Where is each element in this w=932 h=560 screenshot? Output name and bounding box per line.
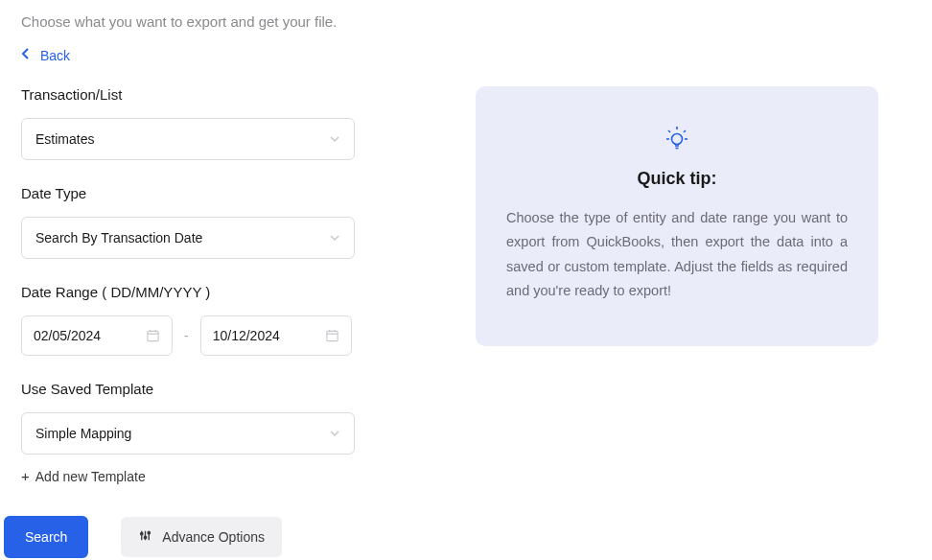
chevron-down-icon: [329, 430, 340, 437]
date-from-value: 02/05/2024: [34, 328, 101, 343]
quick-tip-panel: Quick tip: Choose the type of entity and…: [476, 86, 878, 346]
svg-rect-1: [327, 331, 338, 340]
svg-rect-0: [148, 331, 158, 340]
transaction-list-value: Estimates: [35, 131, 94, 147]
calendar-icon: [146, 328, 160, 343]
chevron-left-icon: [21, 47, 31, 63]
date-to-value: 10/12/2024: [213, 328, 280, 343]
plus-icon: +: [21, 468, 30, 484]
transaction-list-section: Transaction/List Estimates: [21, 86, 472, 160]
transaction-list-label: Transaction/List: [21, 86, 472, 103]
back-link[interactable]: Back: [0, 30, 91, 86]
calendar-icon: [325, 328, 339, 343]
template-label: Use Saved Template: [21, 381, 472, 397]
date-to-input[interactable]: 10/12/2024: [200, 315, 352, 356]
date-type-select[interactable]: Search By Transaction Date: [21, 217, 355, 259]
search-button[interactable]: Search: [4, 516, 88, 558]
export-form: Transaction/List Estimates Date Type Sea…: [21, 86, 472, 509]
advance-options-label: Advance Options: [162, 529, 265, 545]
transaction-list-select[interactable]: Estimates: [21, 118, 355, 160]
date-range-label: Date Range ( DD/MM/YYYY ): [21, 284, 472, 300]
date-type-value: Search By Transaction Date: [35, 230, 202, 245]
page-subtitle: Choose what you want to export and get y…: [0, 0, 932, 30]
chevron-down-icon: [329, 234, 340, 242]
add-template-link[interactable]: + Add new Template: [21, 468, 146, 484]
quick-tip-text: Choose the type of entity and date range…: [506, 206, 848, 304]
chevron-down-icon: [329, 135, 340, 143]
date-range-section: Date Range ( DD/MM/YYYY ) 02/05/2024 - 1…: [21, 284, 472, 356]
template-select[interactable]: Simple Mapping: [21, 412, 355, 455]
date-separator: -: [184, 328, 189, 343]
date-type-label: Date Type: [21, 185, 472, 201]
svg-point-3: [141, 532, 143, 534]
svg-point-4: [145, 536, 147, 538]
svg-point-5: [148, 531, 150, 533]
action-bar: Search Advance Options: [4, 516, 282, 560]
sliders-icon: [138, 528, 152, 546]
template-value: Simple Mapping: [35, 426, 131, 441]
template-section: Use Saved Template Simple Mapping + Add …: [21, 381, 472, 484]
add-template-label: Add new Template: [35, 469, 146, 484]
date-type-section: Date Type Search By Transaction Date: [21, 185, 472, 259]
bulb-icon: [506, 125, 848, 152]
date-from-input[interactable]: 02/05/2024: [21, 315, 173, 356]
back-link-label: Back: [40, 48, 70, 63]
svg-point-2: [672, 134, 683, 145]
advance-options-button[interactable]: Advance Options: [121, 517, 282, 557]
quick-tip-title: Quick tip:: [506, 169, 848, 189]
